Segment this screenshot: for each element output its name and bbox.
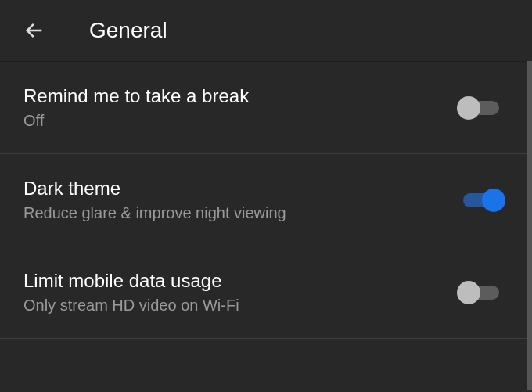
setting-text: Remind me to take a break Off	[23, 85, 249, 130]
back-icon[interactable]	[22, 18, 47, 43]
app-header: General	[0, 0, 532, 61]
setting-title: Dark theme	[23, 178, 286, 200]
setting-title: Limit mobile data usage	[23, 270, 239, 292]
toggle-limit-data[interactable]	[457, 279, 505, 307]
toggle-dark-theme[interactable]	[457, 186, 505, 214]
page-title: General	[89, 18, 167, 43]
setting-title: Remind me to take a break	[23, 85, 249, 107]
toggle-remind-break[interactable]	[457, 94, 505, 122]
setting-text: Dark theme Reduce glare & improve night …	[23, 178, 286, 222]
setting-text: Limit mobile data usage Only stream HD v…	[23, 270, 239, 315]
setting-subtitle: Only stream HD video on Wi-Fi	[23, 297, 239, 315]
setting-subtitle: Reduce glare & improve night viewing	[23, 204, 286, 222]
setting-dark-theme[interactable]: Dark theme Reduce glare & improve night …	[0, 154, 532, 246]
settings-list: Remind me to take a break Off Dark theme…	[0, 61, 532, 339]
setting-remind-break[interactable]: Remind me to take a break Off	[0, 62, 532, 154]
setting-subtitle: Off	[23, 112, 249, 130]
scrollbar[interactable]	[527, 61, 532, 390]
setting-limit-data[interactable]: Limit mobile data usage Only stream HD v…	[0, 246, 532, 339]
